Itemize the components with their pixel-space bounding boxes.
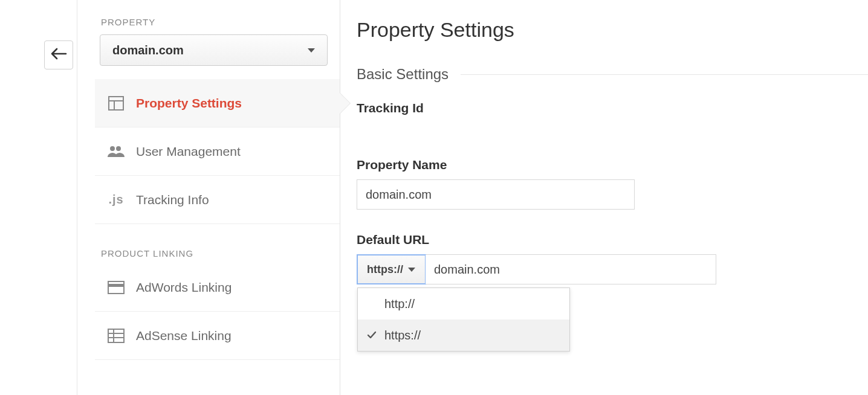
svg-rect-5 [108,281,124,294]
users-icon [107,143,125,161]
protocol-option-label: http:// [384,297,415,311]
sidebar-item-adwords-linking[interactable]: AdWords Linking [95,263,340,312]
default-url-input[interactable] [426,255,716,284]
tracking-id-label: Tracking Id [357,101,868,115]
basic-settings-heading: Basic Settings [357,66,449,83]
vertical-divider [77,0,77,395]
sidebar-item-property-settings[interactable]: Property Settings [95,79,340,127]
caret-down-icon [408,268,415,272]
sidebar-item-user-management[interactable]: User Management [95,127,340,176]
property-selector[interactable]: domain.com [100,34,328,66]
caret-down-icon [308,48,315,53]
sidebar-item-label: AdSense Linking [136,329,232,343]
protocol-option-http[interactable]: http:// [358,288,569,320]
layout-icon [107,94,125,112]
divider [461,74,868,75]
sidebar-item-tracking-info[interactable]: .js Tracking Info [95,176,340,224]
svg-rect-7 [108,329,124,342]
svg-rect-0 [109,97,123,110]
svg-point-3 [110,146,115,151]
default-url-label: Default URL [357,233,868,247]
sidebar-item-label: Property Settings [136,96,242,111]
card-icon [107,278,125,297]
protocol-option-label: https:// [384,329,421,342]
sidebar: PROPERTY domain.com Property Settings Us… [95,0,340,395]
sidebar-item-adsense-linking[interactable]: AdSense Linking [95,312,340,360]
sidebar-section-property: PROPERTY [95,0,340,32]
property-selector-value: domain.com [112,43,184,57]
default-url-row: https:// http:// https:// [357,254,716,284]
protocol-option-https[interactable]: https:// [358,320,569,351]
protocol-select-button[interactable]: https:// [357,255,426,284]
main-content: Property Settings Basic Settings Trackin… [357,18,868,284]
property-name-input[interactable] [357,179,635,210]
list-icon [107,327,125,345]
sidebar-item-label: AdWords Linking [136,280,232,295]
arrow-left-icon [50,48,67,62]
sidebar-section-product-linking: PRODUCT LINKING [95,224,340,263]
sidebar-item-label: User Management [136,144,241,159]
page-title: Property Settings [357,18,868,42]
svg-point-4 [116,146,121,151]
check-icon [365,330,378,341]
protocol-dropdown: http:// https:// [357,287,570,352]
protocol-select-value: https:// [367,263,403,276]
svg-rect-6 [108,284,124,287]
property-name-label: Property Name [357,158,868,172]
js-icon: .js [107,191,125,209]
back-button[interactable] [44,40,73,69]
sidebar-item-label: Tracking Info [136,193,209,207]
